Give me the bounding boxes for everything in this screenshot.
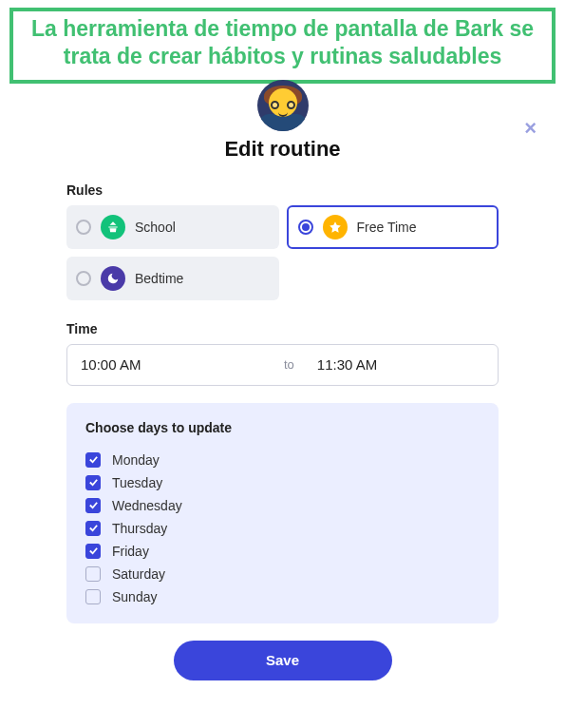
rule-option-bedtime[interactable]: Bedtime — [66, 257, 279, 300]
time-end-input[interactable] — [304, 356, 511, 373]
checkbox-sunday[interactable] — [85, 589, 101, 604]
moon-icon — [101, 266, 125, 291]
star-icon — [323, 215, 348, 239]
annotation-banner: La herramienta de tiempo de pantalla de … — [9, 8, 556, 84]
save-button[interactable]: Save — [174, 641, 392, 680]
avatar-wrap — [0, 80, 565, 131]
days-title: Choose days to update — [85, 420, 480, 435]
rule-option-freetime[interactable]: Free Time — [287, 205, 499, 249]
time-row: to — [66, 344, 499, 386]
radio-freetime[interactable] — [298, 220, 313, 235]
annotation-text: La herramienta de tiempo de pantalla de … — [21, 15, 544, 70]
checkbox-wednesday[interactable] — [85, 498, 101, 513]
page-title: Edit routine — [0, 137, 565, 162]
checkbox-saturday[interactable] — [85, 566, 101, 582]
rule-label: School — [135, 220, 176, 235]
days-box: Choose days to update Monday Tuesday Wed… — [66, 403, 499, 623]
day-monday[interactable]: Monday — [85, 449, 480, 471]
day-label: Sunday — [112, 589, 157, 604]
day-saturday[interactable]: Saturday — [85, 563, 480, 585]
day-sunday[interactable]: Sunday — [85, 585, 480, 608]
time-start-input[interactable] — [67, 356, 274, 373]
checkbox-friday[interactable] — [85, 544, 101, 559]
day-wednesday[interactable]: Wednesday — [85, 494, 480, 517]
rule-label: Free Time — [357, 220, 417, 235]
close-icon[interactable]: × — [524, 116, 537, 141]
avatar — [257, 80, 309, 131]
checkbox-monday[interactable] — [85, 452, 101, 468]
school-icon — [101, 215, 125, 239]
rules-label: Rules — [66, 182, 499, 198]
day-label: Wednesday — [112, 498, 182, 513]
time-to-label: to — [274, 357, 304, 372]
rule-option-school[interactable]: School — [66, 205, 279, 249]
radio-school[interactable] — [76, 220, 91, 235]
day-label: Thursday — [112, 521, 167, 536]
time-label: Time — [66, 321, 499, 336]
day-label: Friday — [112, 544, 149, 559]
day-friday[interactable]: Friday — [85, 540, 480, 563]
checkbox-thursday[interactable] — [85, 521, 101, 536]
rule-label: Bedtime — [135, 271, 183, 286]
day-label: Monday — [112, 452, 160, 468]
day-tuesday[interactable]: Tuesday — [85, 471, 480, 494]
checkbox-tuesday[interactable] — [85, 475, 101, 490]
day-label: Saturday — [112, 566, 165, 582]
radio-bedtime[interactable] — [76, 271, 91, 286]
day-thursday[interactable]: Thursday — [85, 517, 480, 540]
rules-grid: School Free Time Bedtime — [66, 205, 499, 300]
day-label: Tuesday — [112, 475, 162, 490]
